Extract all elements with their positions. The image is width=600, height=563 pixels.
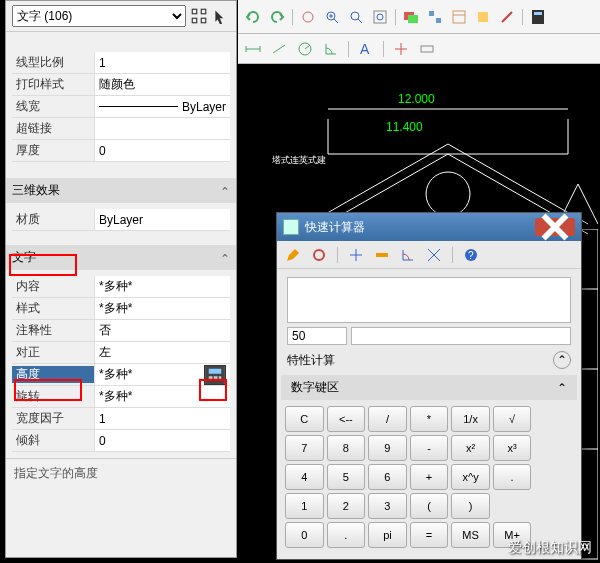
collapse-icon[interactable]: ⌃	[553, 351, 571, 369]
calc-key[interactable]: 4	[285, 464, 324, 490]
prop-value: 否	[99, 322, 111, 339]
calc-key[interactable]: x^y	[451, 464, 490, 490]
zoom-in-icon[interactable]	[323, 8, 341, 26]
dim-edit-icon[interactable]	[392, 40, 410, 58]
undo-icon[interactable]	[244, 8, 262, 26]
prop-row-height[interactable]: 高度 *多种*	[12, 364, 230, 386]
properties-icon[interactable]	[450, 8, 468, 26]
close-button[interactable]	[535, 218, 575, 236]
calc-key[interactable]: √	[493, 406, 532, 432]
main-toolbar	[238, 0, 600, 34]
separator	[395, 9, 396, 25]
layer-icon[interactable]	[402, 8, 420, 26]
svg-point-32	[426, 172, 470, 216]
svg-rect-59	[376, 253, 388, 257]
calc-result-row	[287, 327, 571, 345]
prop-row-line-scale[interactable]: 线型比例	[12, 52, 230, 74]
distance-icon[interactable]	[374, 247, 390, 263]
calc-key[interactable]: 3	[368, 493, 407, 519]
dim-radius-icon[interactable]	[296, 40, 314, 58]
svg-rect-12	[436, 18, 441, 23]
calc-key[interactable]: 7	[285, 435, 324, 461]
calc-key[interactable]: pi	[368, 522, 407, 548]
calc-key[interactable]: 8	[327, 435, 366, 461]
get-point-icon[interactable]	[348, 247, 364, 263]
prop-row-justify[interactable]: 对正 左	[12, 342, 230, 364]
property-hint: 指定文字的高度	[6, 458, 236, 498]
calc-key[interactable]: 1	[285, 493, 324, 519]
dim-angular-icon[interactable]	[322, 40, 340, 58]
calc-key[interactable]: 1/x	[451, 406, 490, 432]
calc-key[interactable]: x²	[451, 435, 490, 461]
calc-key[interactable]: MS	[451, 522, 490, 548]
tool-icon[interactable]	[474, 8, 492, 26]
redo-icon[interactable]	[268, 8, 286, 26]
prop-label: 厚度	[12, 142, 94, 159]
prop-row-lineweight[interactable]: 线宽 ByLayer	[12, 96, 230, 118]
calc-key[interactable]: -	[410, 435, 449, 461]
quick-select-icon[interactable]	[212, 7, 230, 25]
calc-result-input[interactable]	[287, 327, 347, 345]
help-icon[interactable]: ?	[463, 247, 479, 263]
prop-value-input[interactable]	[99, 434, 226, 448]
quickcalc-titlebar[interactable]: 快速计算器	[277, 213, 581, 241]
zoom-extents-icon[interactable]	[347, 8, 365, 26]
calc-input-area[interactable]	[287, 277, 571, 323]
dim-linear-icon[interactable]	[244, 40, 262, 58]
calc-key[interactable]: *	[410, 406, 449, 432]
prop-row-style[interactable]: 样式 *多种*	[12, 298, 230, 320]
text-icon[interactable]: A	[357, 40, 375, 58]
keypad-title: 数字键区	[291, 379, 339, 396]
calc-key[interactable]: 6	[368, 464, 407, 490]
prop-value: 随颜色	[99, 76, 135, 93]
svg-point-0	[303, 12, 313, 22]
pan-icon[interactable]	[299, 8, 317, 26]
prop-row-oblique[interactable]: 倾斜	[12, 430, 230, 452]
prop-row-thickness[interactable]: 厚度	[12, 140, 230, 162]
calc-key[interactable]: 2	[327, 493, 366, 519]
dim-aligned-icon[interactable]	[270, 40, 288, 58]
prop-row-rotation[interactable]: 旋转 *多种*	[12, 386, 230, 408]
calc-key[interactable]: 9	[368, 435, 407, 461]
object-type-selector[interactable]: 文字 (106)	[12, 5, 186, 27]
prop-row-content[interactable]: 内容 *多种*	[12, 276, 230, 298]
prop-value-input[interactable]	[99, 56, 226, 70]
calc-key[interactable]: 0	[285, 522, 324, 548]
section-3d-effects[interactable]: 三维效果	[6, 178, 236, 203]
prop-row-plot-style[interactable]: 打印样式 随颜色	[12, 74, 230, 96]
svg-rect-11	[429, 11, 434, 16]
prop-row-material[interactable]: 材质 ByLayer	[12, 209, 230, 231]
block-icon[interactable]	[426, 8, 444, 26]
section-text[interactable]: 文字	[6, 245, 236, 270]
separator	[292, 9, 293, 25]
calc-key[interactable]: <--	[327, 406, 366, 432]
prop-value-input[interactable]	[99, 412, 226, 426]
calc-key[interactable]: =	[410, 522, 449, 548]
prop-value-input[interactable]	[99, 144, 226, 158]
gear-icon[interactable]	[311, 247, 327, 263]
prop-value-input[interactable]	[99, 122, 226, 136]
dim-update-icon[interactable]	[418, 40, 436, 58]
prop-row-hyperlink[interactable]: 超链接	[12, 118, 230, 140]
calc-key[interactable]: +	[410, 464, 449, 490]
calc-key[interactable]: C	[285, 406, 324, 432]
svg-point-5	[351, 12, 359, 20]
tool2-icon[interactable]	[498, 8, 516, 26]
calc-key[interactable]: 5	[327, 464, 366, 490]
calc-key[interactable]: /	[368, 406, 407, 432]
intersect-icon[interactable]	[426, 247, 442, 263]
calc-key[interactable]: (	[410, 493, 449, 519]
calc-key[interactable]: .	[493, 464, 532, 490]
angle-icon[interactable]	[400, 247, 416, 263]
zoom-window-icon[interactable]	[371, 8, 389, 26]
calc-key[interactable]: .	[327, 522, 366, 548]
prop-row-width-factor[interactable]: 宽度因子	[12, 408, 230, 430]
prop-row-annotative[interactable]: 注释性 否	[12, 320, 230, 342]
calculator-icon[interactable]	[529, 8, 547, 26]
select-objects-icon[interactable]	[190, 7, 208, 25]
pencil-icon[interactable]	[285, 247, 301, 263]
keypad-section-header[interactable]: 数字键区 ⌃	[281, 375, 577, 400]
quickcalc-icon[interactable]	[204, 365, 226, 385]
calc-key[interactable]: )	[451, 493, 490, 519]
calc-key[interactable]: x³	[493, 435, 532, 461]
